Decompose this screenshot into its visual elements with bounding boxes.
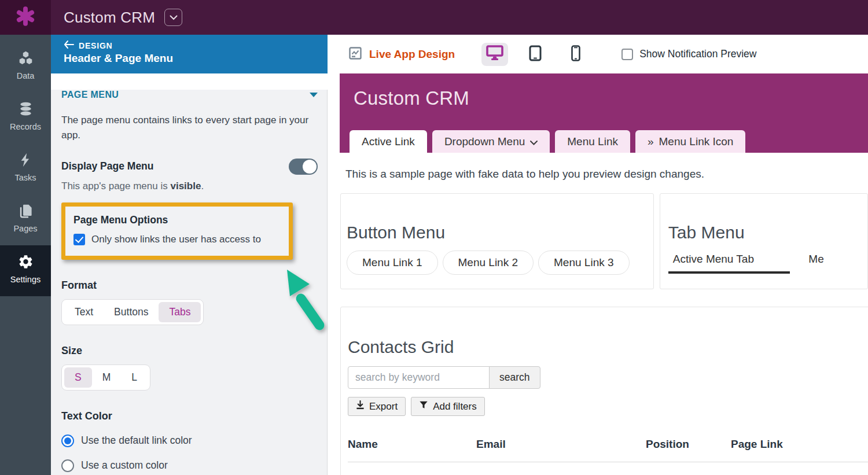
format-label: Format: [61, 279, 318, 292]
menu-link-pill[interactable]: Menu Link 1: [347, 251, 438, 275]
button-menu-card: Button Menu Menu Link 1Menu Link 2Menu L…: [340, 193, 654, 289]
tab-menu-title: Tab Menu: [668, 223, 867, 242]
size-option-m[interactable]: M: [92, 367, 122, 388]
text-color-label: Text Color: [61, 410, 318, 422]
format-option-buttons[interactable]: Buttons: [104, 302, 159, 322]
tab-label: Menu Link Icon: [659, 135, 734, 148]
size-option-l[interactable]: L: [121, 367, 148, 388]
contacts-grid-card: Contacts Grid search Export Add filters: [340, 307, 868, 475]
cubes-icon: [0, 50, 51, 68]
sidebar-item-pages[interactable]: Pages: [0, 194, 51, 245]
format-option-text[interactable]: Text: [64, 302, 104, 322]
sidebar-item-records[interactable]: Records: [0, 93, 51, 143]
text-color-radio-1[interactable]: Use a custom color: [61, 459, 318, 472]
sample-page-text: This is a sample page with fake data to …: [345, 168, 868, 181]
show-notification-label: Show Notification Preview: [639, 48, 756, 60]
sidebar-item-tasks[interactable]: Tasks: [0, 143, 51, 194]
button-menu-links: Menu Link 1Menu Link 2Menu Link 3: [347, 251, 653, 275]
device-preview-switcher: [481, 43, 589, 66]
column-header-page-link[interactable]: Page Link: [731, 438, 868, 451]
button-menu-title: Button Menu: [347, 223, 653, 242]
desktop-preview-button[interactable]: [481, 43, 508, 66]
size-option-s[interactable]: S: [64, 367, 92, 388]
display-page-menu-toggle[interactable]: [289, 159, 318, 175]
sidebar-item-label: Settings: [0, 275, 51, 284]
tablet-preview-button[interactable]: [522, 43, 549, 66]
preview-toolbar: Live App Design: [336, 35, 868, 73]
top-bar: Custom CRM: [0, 0, 868, 35]
text-color-radio-group: Use the default link colorUse a custom c…: [61, 435, 318, 472]
tab-label: Active Link: [362, 135, 415, 148]
display-page-menu-row: Display Page Menu: [61, 159, 318, 175]
column-header-position[interactable]: Position: [646, 438, 731, 451]
tab-menu-card: Tab Menu Active Menu Tab Me: [660, 193, 868, 289]
format-segmented-control: TextButtonsTabs: [61, 299, 204, 325]
contacts-grid-title: Contacts Grid: [348, 337, 868, 357]
section-label: PAGE MENU: [61, 90, 119, 100]
size-label: Size: [61, 345, 318, 357]
access-checkbox[interactable]: [73, 234, 85, 245]
panel-header: DESIGN Header & Page Menu: [51, 35, 328, 73]
keyword-search-input[interactable]: [348, 366, 490, 389]
app-switcher-button[interactable]: [164, 9, 182, 26]
back-label: DESIGN: [79, 41, 112, 50]
search-button[interactable]: search: [489, 366, 540, 389]
design-settings-panel: DESIGN Header & Page Menu PAGE MENU The …: [51, 35, 328, 475]
contacts-table-header-row: NameEmailPositionPage Link: [348, 438, 868, 462]
menu-link-pill[interactable]: Menu Link 2: [443, 251, 534, 275]
bolt-icon: [0, 152, 51, 170]
sidebar-item-data[interactable]: Data: [0, 42, 51, 93]
preview-tab-dropdown-menu[interactable]: Dropdown Menu: [432, 130, 550, 153]
page-menu-section-header: PAGE MENU: [61, 90, 318, 100]
column-header-name[interactable]: Name: [348, 438, 476, 451]
preview-app-title: Custom CRM: [340, 73, 868, 109]
preview-tab-menu-link-icon[interactable]: »Menu Link Icon: [635, 130, 745, 153]
download-icon: [356, 400, 365, 413]
page-menu-options-highlight-box: Page Menu Options Only show links the us…: [61, 202, 293, 260]
chevron-down-icon: [170, 12, 178, 23]
app-logo[interactable]: [0, 0, 51, 35]
panel-body: PAGE MENU The page menu contains links t…: [51, 90, 328, 475]
active-menu-tab[interactable]: Active Menu Tab: [668, 253, 790, 274]
primary-nav-rail: DataRecordsTasksPagesSettings: [0, 35, 51, 475]
preview-page-menu-tabs: Active LinkDropdown MenuMenu Link»Menu L…: [350, 130, 745, 153]
export-button[interactable]: Export: [348, 397, 406, 416]
page-menu-options-title: Page Menu Options: [73, 214, 281, 226]
column-header-email[interactable]: Email: [476, 438, 646, 451]
toggle-knob: [303, 160, 317, 174]
add-filters-button[interactable]: Add filters: [411, 397, 485, 416]
text-color-radio-0[interactable]: Use the default link color: [61, 435, 318, 447]
asterisk-logo-icon: [16, 6, 35, 28]
radio-icon: [61, 435, 74, 447]
sidebar-item-label: Records: [0, 122, 51, 131]
panel-title: Header & Page Menu: [64, 52, 328, 65]
desktop-icon: [486, 45, 503, 63]
preview-app-header: Custom CRM Active LinkDropdown MenuMenu …: [340, 73, 868, 153]
sidebar-item-settings[interactable]: Settings: [0, 245, 51, 296]
format-option-tabs[interactable]: Tabs: [159, 302, 201, 322]
live-app-design-title: Live App Design: [369, 48, 455, 61]
truncated-menu-tab[interactable]: Me: [808, 253, 823, 266]
preview-tab-menu-link[interactable]: Menu Link: [555, 130, 630, 153]
grid-actions-row: Export Add filters: [348, 397, 868, 416]
phone-preview-button[interactable]: [562, 43, 589, 66]
preview-tab-active-link[interactable]: Active Link: [350, 130, 427, 153]
section-description: The page menu contains links to every st…: [61, 113, 319, 143]
double-chevron-icon: »: [648, 135, 654, 148]
back-arrow-icon: [64, 40, 74, 50]
show-notification-checkbox[interactable]: [621, 49, 633, 60]
back-to-design-link[interactable]: DESIGN: [64, 40, 328, 50]
database-icon: [0, 101, 51, 119]
menu-link-pill[interactable]: Menu Link 3: [538, 251, 630, 275]
sidebar-item-label: Data: [0, 71, 51, 80]
access-checkbox-row: Only show links the user has access to: [73, 234, 281, 245]
phone-icon: [571, 45, 580, 64]
sidebar-item-label: Tasks: [0, 173, 51, 182]
radio-label: Use the default link color: [81, 435, 192, 447]
access-checkbox-label: Only show links the user has access to: [91, 234, 261, 245]
collapse-caret-icon[interactable]: [310, 93, 318, 97]
pages-icon: [0, 203, 51, 220]
radio-label: Use a custom color: [81, 459, 168, 472]
notification-preview-row: Show Notification Preview: [621, 48, 756, 60]
chevron-down-icon: [530, 135, 538, 148]
